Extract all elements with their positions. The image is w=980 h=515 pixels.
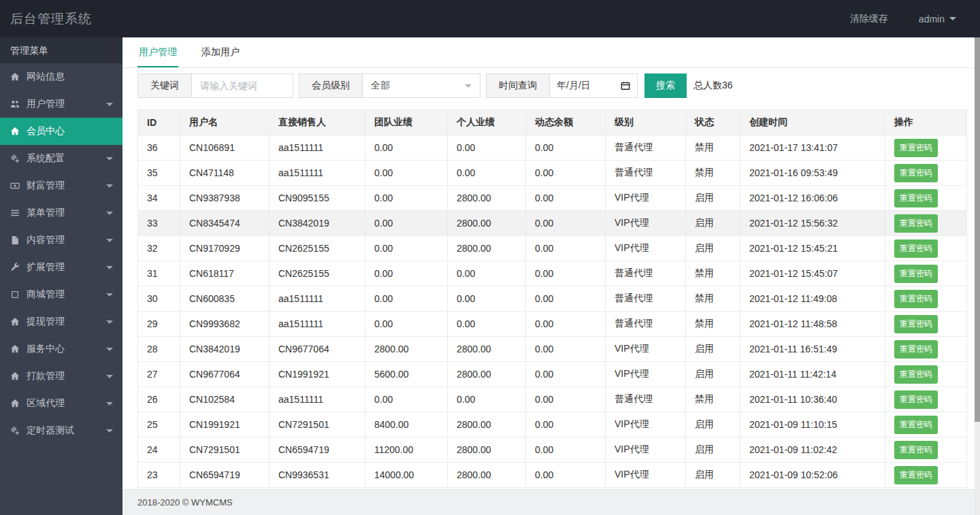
cell-created: 2021-01-17 13:41:07 bbox=[740, 135, 885, 161]
sidebar-item-extension-mgmt[interactable]: 扩展管理 bbox=[0, 254, 122, 281]
sidebar-item-region-agent[interactable]: 区域代理 bbox=[0, 390, 122, 417]
cell-balance: 0.00 bbox=[526, 437, 606, 463]
cell-actions: 重置密码 bbox=[885, 362, 967, 387]
reset-password-button[interactable]: 重置密码 bbox=[894, 189, 938, 207]
cell-status: 禁用 bbox=[686, 286, 740, 312]
wrench-icon bbox=[10, 263, 22, 272]
cell-balance: 0.00 bbox=[526, 135, 606, 161]
reset-password-button[interactable]: 重置密码 bbox=[894, 340, 938, 359]
table-row: 27CN9677064CN19919215600.002800.000.00VI… bbox=[138, 362, 967, 387]
cell-username: CN618117 bbox=[180, 261, 270, 286]
sidebar-item-label: 菜单管理 bbox=[27, 207, 106, 219]
cell-level: 普通代理 bbox=[606, 286, 686, 312]
sidebar-item-menu-mgmt[interactable]: 菜单管理 bbox=[0, 199, 122, 227]
cell-level: VIP代理 bbox=[606, 211, 686, 236]
sidebar: 管理菜单 网站信息用户管理会员中心系统配置财富管理菜单管理内容管理扩展管理商城管… bbox=[0, 37, 122, 515]
cell-username: CN8345474 bbox=[180, 211, 270, 236]
scrollbar-thumb[interactable] bbox=[975, 37, 980, 422]
sidebar-item-withdraw-mgmt[interactable]: 提现管理 bbox=[0, 308, 122, 335]
topbar: 后台管理系统 清除缓存 admin bbox=[0, 0, 980, 37]
cell-referrer: CN9095155 bbox=[270, 186, 365, 211]
cell-created: 2021-01-11 16:51:49 bbox=[740, 337, 885, 362]
reset-password-button[interactable]: 重置密码 bbox=[894, 239, 938, 258]
cell-username: CN9387938 bbox=[180, 186, 270, 211]
sidebar-item-service-center[interactable]: 服务中心 bbox=[0, 335, 122, 363]
sidebar-item-system-config[interactable]: 系统配置 bbox=[0, 145, 122, 172]
cell-personal: 2800.00 bbox=[448, 211, 526, 236]
home-icon bbox=[10, 317, 22, 327]
cell-status: 禁用 bbox=[686, 135, 740, 161]
cell-id: 29 bbox=[138, 312, 180, 337]
cell-balance: 0.00 bbox=[526, 236, 606, 261]
cell-created: 2021-01-09 10:52:06 bbox=[740, 463, 885, 488]
reset-password-button[interactable]: 重置密码 bbox=[894, 290, 938, 308]
reset-password-button[interactable]: 重置密码 bbox=[894, 265, 938, 283]
table-row: 34CN9387938CN90951550.002800.000.00VIP代理… bbox=[138, 186, 967, 211]
file-icon bbox=[10, 235, 22, 245]
sidebar-item-user-mgmt[interactable]: 用户管理 bbox=[0, 90, 122, 118]
select-caret-icon bbox=[465, 84, 472, 88]
keyword-input[interactable] bbox=[192, 74, 293, 97]
reset-password-button[interactable]: 重置密码 bbox=[894, 466, 938, 484]
member-level-select[interactable]: 全部 bbox=[363, 74, 480, 97]
reset-password-button[interactable]: 重置密码 bbox=[894, 441, 938, 459]
caret-down-icon bbox=[106, 293, 113, 297]
caret-down-icon bbox=[106, 320, 113, 324]
search-button[interactable]: 搜索 bbox=[644, 73, 687, 98]
cell-username: CN3842019 bbox=[180, 337, 270, 362]
app-title: 后台管理系统 bbox=[0, 10, 92, 28]
cell-status: 启用 bbox=[686, 337, 740, 362]
cell-id: 30 bbox=[138, 286, 180, 312]
cell-team: 0.00 bbox=[365, 161, 448, 186]
cell-username: CN9170929 bbox=[180, 236, 270, 261]
cell-level: 普通代理 bbox=[606, 312, 686, 337]
reset-password-button[interactable]: 重置密码 bbox=[894, 315, 938, 333]
sidebar-item-timer-test[interactable]: 定时器测试 bbox=[0, 417, 122, 444]
sidebar-item-wealth-mgmt[interactable]: 财富管理 bbox=[0, 172, 122, 199]
reset-password-button[interactable]: 重置密码 bbox=[894, 365, 938, 384]
cell-actions: 重置密码 bbox=[885, 463, 967, 488]
cell-actions: 重置密码 bbox=[885, 211, 967, 236]
cell-referrer: aa1511111 bbox=[270, 161, 365, 186]
cell-referrer: CN7291501 bbox=[270, 412, 365, 437]
cell-status: 启用 bbox=[686, 186, 740, 211]
cogs-icon bbox=[10, 154, 22, 163]
copyright-text: 2018-2020 © WYMCMS bbox=[137, 497, 233, 508]
date-value: 年/月/日 bbox=[557, 80, 591, 92]
table-row: 24CN7291501CN659471911200.002800.000.00V… bbox=[138, 437, 967, 463]
sidebar-item-label: 区域代理 bbox=[27, 397, 106, 410]
reset-password-button[interactable]: 重置密码 bbox=[894, 416, 938, 434]
cell-actions: 重置密码 bbox=[885, 186, 967, 211]
cell-actions: 重置密码 bbox=[885, 286, 967, 312]
admin-user-menu[interactable]: admin bbox=[919, 14, 956, 24]
reset-password-button[interactable]: 重置密码 bbox=[894, 214, 938, 233]
reset-password-button[interactable]: 重置密码 bbox=[894, 391, 938, 409]
tab-user-management[interactable]: 用户管理 bbox=[137, 38, 178, 67]
sidebar-item-site-info[interactable]: 网站信息 bbox=[0, 63, 122, 90]
cell-username: CN6594719 bbox=[180, 463, 270, 488]
reset-password-button[interactable]: 重置密码 bbox=[894, 164, 938, 182]
date-input[interactable]: 年/月/日 bbox=[550, 74, 637, 97]
cell-created: 2021-01-16 09:53:49 bbox=[740, 161, 885, 186]
tab-add-user[interactable]: 添加用户 bbox=[200, 38, 241, 67]
sidebar-header: 管理菜单 bbox=[0, 37, 122, 63]
cell-team: 0.00 bbox=[365, 286, 448, 312]
time-query-label: 时间查询 bbox=[487, 74, 550, 97]
cell-referrer: aa1511111 bbox=[270, 286, 365, 312]
reset-password-button[interactable]: 重置密码 bbox=[894, 139, 938, 157]
calendar-icon bbox=[621, 81, 630, 90]
sidebar-item-content-mgmt[interactable]: 内容管理 bbox=[0, 227, 122, 254]
caret-down-icon bbox=[106, 157, 113, 161]
sidebar-item-payment-mgmt[interactable]: 打款管理 bbox=[0, 363, 122, 390]
cell-referrer: CN1991921 bbox=[270, 362, 365, 387]
sidebar-item-label: 网站信息 bbox=[27, 71, 113, 83]
cell-level: VIP代理 bbox=[606, 236, 686, 261]
cell-referrer: CN9677064 bbox=[270, 337, 365, 362]
clear-cache-link[interactable]: 清除缓存 bbox=[850, 13, 888, 25]
cell-status: 启用 bbox=[686, 463, 740, 488]
sidebar-item-member-center[interactable]: 会员中心 bbox=[0, 118, 122, 145]
vertical-scrollbar[interactable] bbox=[975, 37, 980, 515]
cell-balance: 0.00 bbox=[526, 186, 606, 211]
sidebar-item-mall-mgmt[interactable]: 商城管理 bbox=[0, 281, 122, 308]
column-header: 个人业绩 bbox=[448, 110, 526, 135]
